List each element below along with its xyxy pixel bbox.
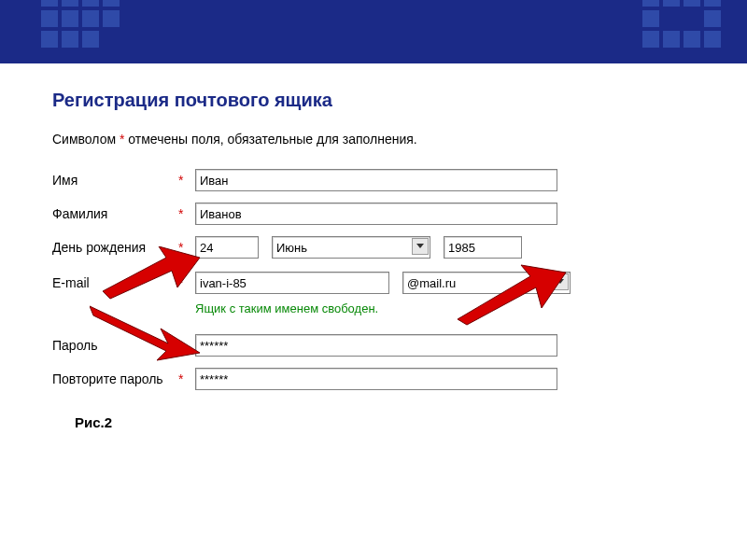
required-mark: * — [178, 371, 191, 386]
birthday-month-select[interactable] — [272, 236, 430, 259]
form-container: Регистрация почтового ящика Символом * о… — [0, 63, 747, 430]
email-username-input[interactable] — [195, 272, 389, 294]
required-mark: * — [178, 206, 191, 221]
svg-marker-1 — [557, 279, 564, 284]
label-lastname: Фамилия — [52, 206, 178, 221]
label-firstname: Имя — [52, 173, 178, 188]
required-mark: * — [178, 338, 191, 353]
email-domain-select[interactable] — [402, 272, 571, 294]
birthday-year-input[interactable] — [444, 236, 522, 259]
chevron-down-icon[interactable] — [412, 238, 429, 255]
lastname-input[interactable] — [195, 203, 557, 225]
email-availability-status: Ящик с таким именем свободен. — [195, 301, 695, 315]
required-mark: * — [178, 240, 191, 255]
required-mark: * — [178, 275, 191, 290]
figure-caption: Рис.2 — [75, 414, 695, 430]
required-mark: * — [178, 173, 191, 188]
page-title: Регистрация почтового ящика — [52, 90, 695, 111]
label-password: Пароль — [52, 338, 178, 353]
label-birthday: День рождения — [52, 240, 178, 255]
label-email: E-mail — [52, 275, 178, 290]
note-text-post: отмечены поля, обязательные для заполнен… — [124, 132, 416, 147]
svg-marker-0 — [416, 244, 424, 248]
password-input[interactable] — [195, 334, 557, 357]
firstname-input[interactable] — [195, 169, 557, 191]
required-note: Символом * отмечены поля, обязательные д… — [52, 132, 695, 147]
chevron-down-icon[interactable] — [552, 273, 569, 290]
birthday-day-input[interactable] — [195, 236, 259, 259]
note-text-pre: Символом — [52, 132, 120, 147]
header-banner — [0, 0, 747, 63]
password-confirm-input[interactable] — [195, 368, 557, 390]
label-password2: Повторите пароль — [52, 371, 178, 386]
